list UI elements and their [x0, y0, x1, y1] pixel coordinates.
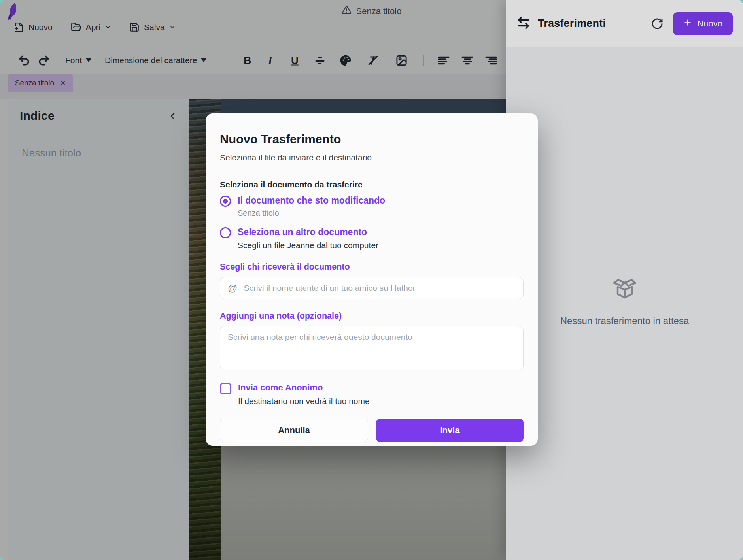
- cancel-button[interactable]: Annulla: [220, 419, 368, 442]
- recipient-label: Scegli chi riceverà il documento: [220, 262, 524, 272]
- note-label: Aggiungi una nota (opzionale): [220, 311, 524, 321]
- radio-option-label: Seleziona un altro documento: [238, 226, 367, 238]
- note-textarea[interactable]: [220, 326, 524, 370]
- plus-icon: [683, 18, 692, 29]
- recipient-field-wrapper: @: [220, 277, 524, 299]
- radio-unselected-icon[interactable]: [220, 227, 231, 238]
- radio-selected-icon[interactable]: [220, 196, 231, 207]
- new-transfer-modal: Nuovo Trasferimento Seleziona il file da…: [206, 113, 538, 446]
- open-package-icon: [612, 296, 638, 303]
- send-button[interactable]: Invia: [376, 419, 524, 442]
- app-window: Nuovo Apri Salva: [0, 0, 743, 560]
- transfer-arrows-icon: [516, 16, 531, 32]
- transfers-empty-state: Nessun trasferimento in attesa: [506, 277, 743, 326]
- at-icon: @: [228, 283, 237, 294]
- radio-option-sublabel: Senza titolo: [238, 209, 524, 218]
- transfers-empty-text: Nessun trasferimento in attesa: [506, 315, 743, 326]
- document-section-label: Seleziona il documento da trasferire: [220, 180, 524, 189]
- anonymous-checkbox-row[interactable]: Invia come Anonimo: [220, 382, 524, 394]
- transfers-header: Trasferimenti Nuovo: [506, 0, 743, 47]
- radio-option-current-document[interactable]: Il documento che sto modificando: [220, 195, 524, 207]
- modal-title: Nuovo Trasferimento: [220, 132, 524, 147]
- radio-option-sublabel: Scegli un file Jeanne dal tuo computer: [238, 241, 524, 250]
- radio-option-other-document[interactable]: Seleziona un altro documento: [220, 226, 524, 238]
- transfers-title: Trasferimenti: [538, 17, 606, 30]
- new-transfer-label: Nuovo: [697, 19, 722, 29]
- anonymous-label: Invia come Anonimo: [238, 382, 323, 393]
- modal-subtitle: Seleziona il file da inviare e il destin…: [220, 153, 524, 162]
- refresh-icon[interactable]: [651, 17, 664, 30]
- anonymous-sublabel: Il destinatario non vedrà il tuo nome: [238, 396, 524, 406]
- transfers-panel: Trasferimenti Nuovo Nessun trasferimento…: [506, 0, 743, 560]
- radio-option-label: Il documento che sto modificando: [238, 195, 385, 206]
- new-transfer-button[interactable]: Nuovo: [673, 12, 733, 35]
- recipient-input[interactable]: [243, 283, 516, 293]
- checkbox-icon[interactable]: [220, 383, 231, 394]
